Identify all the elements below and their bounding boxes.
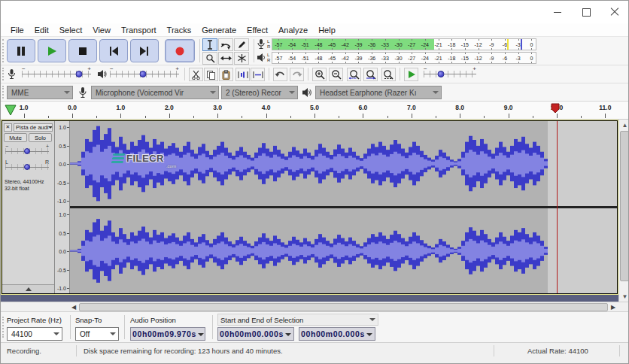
gain-slider[interactable]: − +	[5, 148, 49, 156]
recording-volume-slider[interactable]: − +	[22, 71, 91, 78]
playback-volume-knob[interactable]	[140, 71, 147, 77]
copy-button[interactable]	[204, 68, 218, 81]
recording-meter-bar[interactable]: -57-54-51-48-45-42-39-36-33-30-27-24-21-…	[272, 38, 536, 50]
project-rate-select[interactable]: 44100	[7, 327, 62, 341]
pan-slider[interactable]: L R	[5, 164, 49, 171]
menu-select[interactable]: Select	[54, 25, 88, 35]
play-speed-knob[interactable]	[438, 71, 445, 77]
recording-volume-knob[interactable]	[76, 71, 83, 77]
menu-help[interactable]: Help	[313, 25, 341, 35]
scroll-left-icon[interactable]: ◀	[68, 302, 79, 312]
multi-tool-button[interactable]	[234, 52, 249, 65]
playback-meter[interactable]: LR -57-54-51-48-45-42-39-36-33-30-27-24-…	[257, 51, 536, 64]
selection-toolbar: Project Rate (Hz) 44100 Snap-To Off Audi…	[1, 312, 629, 343]
play-at-speed-button[interactable]	[404, 68, 418, 81]
waveform-channel-right[interactable]	[70, 208, 617, 293]
audio-position-label: Audio Position	[130, 316, 176, 324]
trim-audio-button[interactable]	[235, 68, 250, 81]
snap-to-select[interactable]: Off	[75, 327, 119, 341]
waveform-display[interactable]: FILECR .com	[70, 121, 617, 293]
gain-knob[interactable]	[24, 148, 30, 154]
selection-tool-button[interactable]	[202, 38, 217, 51]
skip-to-end-icon	[138, 45, 150, 57]
skip-to-start-button[interactable]	[99, 39, 128, 62]
playback-device-select[interactable]: Headset Earphone (Razer Kı	[315, 86, 442, 99]
playback-volume-slider[interactable]: − +	[110, 71, 179, 78]
menu-transport[interactable]: Transport	[116, 25, 162, 35]
meter-scale-label: -39	[354, 56, 362, 61]
envelope-tool-button[interactable]	[218, 38, 233, 51]
scroll-up-icon[interactable]: ▲	[619, 120, 629, 130]
cut-button[interactable]	[189, 68, 203, 81]
menu-file[interactable]: File	[5, 25, 29, 35]
menu-tracks[interactable]: Tracks	[162, 25, 197, 35]
timeline-ruler[interactable]: 1.00.01.02.03.04.05.06.07.08.09.010.011.…	[1, 102, 629, 120]
toolbar-row-2: − + − +	[1, 65, 629, 83]
track-close-button[interactable]: ✕	[4, 123, 12, 132]
paste-button[interactable]	[219, 68, 233, 81]
toolbar-grip[interactable]	[2, 86, 5, 99]
recording-channels-select[interactable]: 2 (Stereo) Recor	[221, 86, 298, 99]
track-collapse-button[interactable]	[2, 284, 54, 293]
skip-to-end-button[interactable]	[130, 39, 159, 62]
toolbar-grip[interactable]	[2, 317, 5, 338]
time-shift-tool-button[interactable]	[218, 52, 233, 65]
record-button[interactable]	[165, 39, 195, 62]
audio-host-select[interactable]: MME	[7, 86, 73, 99]
stop-button[interactable]	[68, 39, 97, 62]
menu-generate[interactable]: Generate	[196, 25, 242, 35]
recording-device-select[interactable]: Microphone (Voicemod Vir	[91, 86, 219, 99]
fit-project-button[interactable]	[363, 68, 378, 81]
audio-position-field[interactable]: 00h00m09.970s	[130, 327, 205, 341]
dropdown-arrow-icon	[210, 91, 216, 97]
playback-meter-bar[interactable]: -57-54-51-48-45-42-39-36-33-30-27-24-21-…	[272, 52, 536, 64]
zoom-out-button[interactable]	[329, 68, 343, 81]
dropdown-arrow-icon	[289, 91, 295, 97]
selection-end-field[interactable]: 00h00m00.000s	[299, 327, 375, 341]
vertical-scroll-thumb[interactable]	[620, 131, 629, 281]
fit-selection-button[interactable]	[347, 68, 361, 81]
menu-analyze[interactable]: Analyze	[273, 25, 313, 35]
play-speed-slider[interactable]: − +	[424, 71, 476, 78]
zoom-tool-button[interactable]	[202, 52, 217, 65]
menu-view[interactable]: View	[87, 25, 116, 35]
mute-button[interactable]: Mute	[4, 133, 27, 142]
undo-button[interactable]	[273, 68, 287, 81]
draw-tool-button[interactable]	[234, 38, 249, 51]
horizontal-scroll-thumb[interactable]	[79, 303, 608, 311]
maximize-icon[interactable]	[582, 8, 591, 17]
redo-button[interactable]	[290, 68, 304, 81]
vertical-scrollbar[interactable]: ▲ ▼	[618, 120, 629, 302]
selection-start-field[interactable]: 00h00m00.000s	[217, 327, 294, 341]
skip-to-start-icon	[108, 45, 120, 57]
toolbar-grip[interactable]	[2, 68, 5, 80]
menu-effect[interactable]: Effect	[242, 25, 273, 35]
track-control-panel: ✕ Pista de audi Mute Solo − +	[2, 121, 55, 293]
minimize-icon[interactable]	[553, 8, 562, 17]
zoom-toggle-button[interactable]	[381, 68, 396, 81]
menu-edit[interactable]: Edit	[29, 25, 54, 35]
stop-icon	[77, 45, 89, 57]
meter-scale-label: -18	[448, 42, 455, 47]
pause-button[interactable]	[7, 39, 35, 62]
dropdown-arrow-icon	[285, 333, 291, 339]
horizontal-scrollbar[interactable]: ◀ ▶	[68, 302, 618, 312]
zoom-in-button[interactable]	[312, 68, 327, 81]
scroll-down-icon[interactable]: ▼	[619, 291, 629, 302]
track-name-menu[interactable]: Pista de audi	[14, 123, 53, 132]
timeline-pin-icon[interactable]	[4, 104, 17, 117]
project-rate-label: Project Rate (Hz)	[7, 316, 62, 324]
scroll-right-icon[interactable]: ▶	[608, 302, 618, 312]
recording-meter[interactable]: LR -57-54-51-48-45-42-39-36-33-30-27-24-…	[257, 38, 536, 50]
close-icon[interactable]	[610, 8, 619, 17]
meter-scale-label: -54	[288, 42, 296, 47]
play-button[interactable]	[38, 39, 66, 62]
silence-audio-icon	[253, 70, 263, 80]
silence-audio-button[interactable]	[251, 68, 265, 81]
pan-knob[interactable]	[24, 164, 30, 170]
status-state: Recording.	[7, 345, 41, 356]
toolbar-grip[interactable]	[2, 39, 5, 62]
play-at-speed-icon	[407, 70, 416, 79]
selection-mode-select[interactable]: Start and End of Selection	[217, 314, 378, 326]
solo-button[interactable]: Solo	[29, 133, 52, 142]
